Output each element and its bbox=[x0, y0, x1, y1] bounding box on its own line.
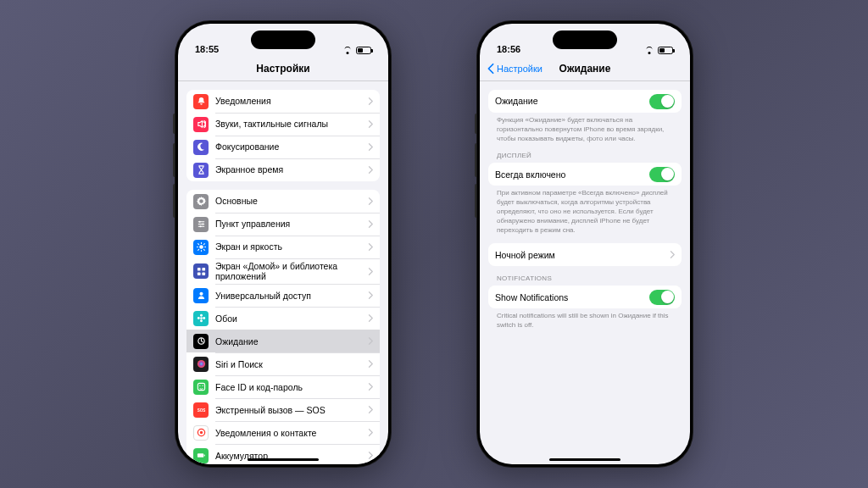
grid-icon bbox=[193, 263, 209, 279]
detail-list[interactable]: ОжиданиеФункция «Ожидание» будет включат… bbox=[480, 81, 690, 464]
settings-row-sos[interactable]: SOSЭкстренный вызов — SOS bbox=[186, 398, 380, 421]
row-label: Всегда включено bbox=[495, 169, 643, 180]
detail-row[interactable]: Show Notifications bbox=[488, 286, 682, 308]
svg-point-12 bbox=[197, 317, 199, 319]
settings-row-battery[interactable]: Аккумулятор bbox=[186, 444, 380, 464]
settings-row-flower[interactable]: Обои bbox=[186, 307, 380, 330]
sun-icon bbox=[193, 240, 209, 255]
status-time: 18:56 bbox=[497, 44, 520, 54]
row-label: Ожидание bbox=[215, 336, 361, 347]
chevron-right-icon bbox=[368, 406, 373, 413]
section-footer: Функция «Ожидание» будет включаться на г… bbox=[488, 113, 682, 143]
row-label: Экстренный вызов — SOS bbox=[215, 405, 361, 415]
svg-rect-4 bbox=[197, 267, 200, 270]
settings-row-contact[interactable]: Уведомления о контакте bbox=[186, 421, 380, 444]
settings-row-moon[interactable]: Фокусирование bbox=[186, 136, 380, 158]
row-label: Face ID и код-пароль bbox=[215, 382, 361, 392]
row-label: Обои bbox=[215, 313, 361, 324]
gear-icon bbox=[193, 194, 209, 209]
faceid-icon bbox=[193, 380, 209, 395]
chevron-right-icon bbox=[368, 291, 373, 299]
svg-point-21 bbox=[199, 431, 202, 434]
toggle-switch[interactable] bbox=[649, 290, 675, 305]
row-label: Экран «Домой» и библиотека приложений bbox=[215, 261, 361, 281]
svg-rect-6 bbox=[197, 272, 200, 275]
svg-point-1 bbox=[202, 223, 203, 225]
chevron-right-icon bbox=[368, 166, 373, 174]
settings-row-bell[interactable]: Уведомления bbox=[186, 90, 380, 113]
chevron-right-icon bbox=[368, 452, 373, 459]
settings-list[interactable]: УведомленияЗвуки, тактильные сигналыФоку… bbox=[178, 81, 388, 464]
row-label: Ночной режим bbox=[495, 250, 663, 260]
chevron-left-icon bbox=[487, 63, 495, 75]
row-label: Экранное время bbox=[215, 164, 361, 175]
page-title: Ожидание bbox=[559, 63, 611, 75]
speaker-icon bbox=[193, 117, 209, 132]
row-label: Универсальный доступ bbox=[215, 291, 361, 301]
home-indicator[interactable] bbox=[248, 458, 319, 462]
chevron-right-icon bbox=[368, 220, 373, 228]
section-footer: При активном параметре «Всегда включено»… bbox=[488, 186, 682, 235]
dynamic-island bbox=[251, 30, 315, 49]
svg-point-2 bbox=[199, 225, 201, 227]
settings-row-faceid[interactable]: Face ID и код-пароль bbox=[186, 375, 380, 398]
svg-point-9 bbox=[200, 317, 203, 319]
settings-row-siri[interactable]: Siri и Поиск bbox=[186, 352, 380, 375]
bell-icon bbox=[193, 94, 209, 109]
settings-row-sun[interactable]: Экран и яркость bbox=[186, 236, 380, 258]
nav-header: Настройки bbox=[178, 56, 388, 81]
battery-icon bbox=[658, 47, 673, 54]
toggle-switch[interactable] bbox=[649, 94, 675, 109]
section-header: NOTIFICATIONS bbox=[488, 274, 682, 286]
home-indicator[interactable] bbox=[549, 458, 620, 462]
svg-rect-7 bbox=[202, 272, 205, 275]
chevron-right-icon bbox=[368, 314, 373, 322]
row-label: Уведомления о контакте bbox=[215, 428, 361, 438]
chevron-right-icon bbox=[368, 360, 373, 368]
screen-left: 18:55 Настройки УведомленияЗвуки, тактил… bbox=[178, 24, 388, 464]
svg-rect-23 bbox=[203, 455, 204, 457]
svg-point-15 bbox=[197, 360, 204, 368]
settings-row-grid[interactable]: Экран «Домой» и библиотека приложений bbox=[186, 258, 380, 284]
wifi-icon bbox=[644, 47, 654, 54]
detail-row[interactable]: Ночной режим bbox=[488, 243, 682, 266]
sliders-icon bbox=[193, 217, 209, 232]
section-footer: Critical notifications will still be sho… bbox=[488, 308, 682, 330]
svg-point-3 bbox=[199, 245, 203, 249]
settings-row-person[interactable]: Универсальный доступ bbox=[186, 284, 380, 307]
row-label: Ожидание bbox=[495, 96, 643, 106]
settings-row-hourglass[interactable]: Экранное время bbox=[186, 158, 380, 181]
standby-icon bbox=[193, 334, 209, 349]
svg-text:SOS: SOS bbox=[197, 408, 205, 413]
svg-rect-22 bbox=[197, 453, 203, 458]
page-title: Настройки bbox=[256, 63, 309, 75]
back-label: Настройки bbox=[497, 64, 542, 74]
svg-point-17 bbox=[199, 385, 200, 386]
toggle-switch[interactable] bbox=[649, 167, 675, 182]
svg-point-13 bbox=[203, 317, 205, 319]
section-header: ДИСПЛЕЙ bbox=[488, 152, 682, 163]
siri-icon bbox=[193, 357, 209, 372]
chevron-right-icon bbox=[670, 251, 675, 258]
svg-point-11 bbox=[200, 319, 203, 322]
nav-header: Настройки Ожидание bbox=[480, 56, 690, 81]
phone-left: 18:55 Настройки УведомленияЗвуки, тактил… bbox=[175, 20, 392, 468]
detail-row[interactable]: Ожидание bbox=[488, 90, 682, 113]
row-label: Show Notifications bbox=[495, 292, 643, 302]
dynamic-island bbox=[553, 30, 617, 49]
svg-point-18 bbox=[202, 385, 203, 386]
settings-row-standby[interactable]: Ожидание bbox=[186, 330, 380, 352]
screen-right: 18:56 Настройки Ожидание ОжиданиеФункция… bbox=[480, 24, 690, 464]
settings-row-gear[interactable]: Основные bbox=[186, 190, 380, 213]
settings-row-sliders[interactable]: Пункт управления bbox=[186, 213, 380, 236]
settings-row-speaker[interactable]: Звуки, тактильные сигналы bbox=[186, 113, 380, 136]
chevron-right-icon bbox=[368, 197, 373, 205]
svg-point-10 bbox=[200, 314, 203, 317]
chevron-right-icon bbox=[368, 243, 373, 251]
row-label: Уведомления bbox=[215, 96, 361, 106]
chevron-right-icon bbox=[368, 429, 373, 436]
detail-row[interactable]: Всегда включено bbox=[488, 163, 682, 186]
battery-icon bbox=[193, 448, 209, 463]
svg-rect-5 bbox=[202, 267, 205, 270]
back-button[interactable]: Настройки bbox=[487, 63, 542, 75]
